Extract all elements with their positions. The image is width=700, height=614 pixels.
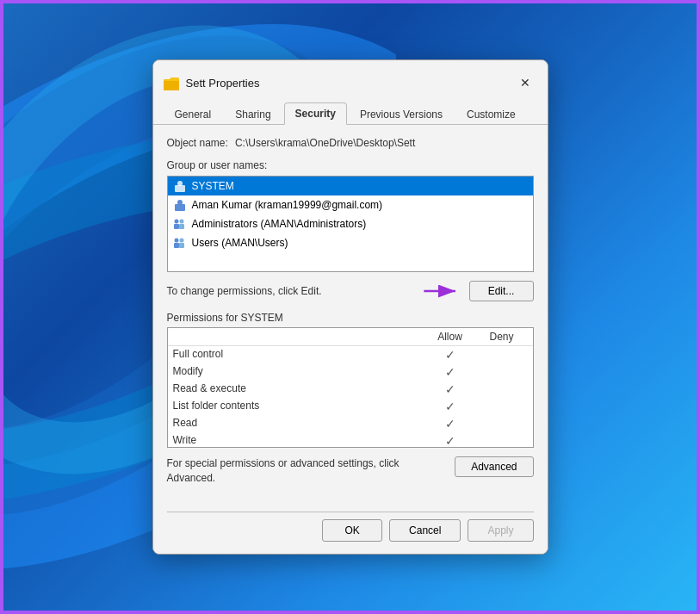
perm-name-listfolder: List folder contents: [173, 400, 424, 413]
object-name-row: Object name: C:\Users\krama\OneDrive\Des…: [167, 137, 534, 149]
user-name-admins: Administrators (AMAN\Administrators): [192, 218, 367, 230]
desktop: Sett Properties ✕ General Sharing Securi…: [0, 0, 700, 614]
perm-allow-fullcontrol: ✓: [424, 348, 476, 362]
perm-row-listfolder: List folder contents ✓: [168, 398, 533, 415]
svg-point-9: [177, 200, 183, 205]
tab-sharing[interactable]: Sharing: [224, 102, 282, 125]
user-icon-aman: [173, 198, 187, 212]
perm-row-write: Write ✓: [168, 432, 533, 448]
svg-point-17: [179, 239, 183, 243]
perm-allow-readexecute: ✓: [424, 382, 476, 396]
tab-bar: General Sharing Security Previous Versio…: [153, 95, 548, 125]
user-icon-users: [173, 236, 187, 250]
user-name-aman: Aman Kumar (kraman19999@gmail.com): [192, 199, 383, 211]
perm-allow-read: ✓: [424, 417, 476, 431]
advanced-button[interactable]: Advanced: [455, 456, 533, 477]
bottom-buttons: OK Cancel Apply: [153, 512, 548, 554]
folder-icon: [164, 75, 179, 90]
perm-deny-read: [476, 417, 528, 431]
user-item-users[interactable]: Users (AMAN\Users): [168, 233, 533, 252]
perm-row-read: Read ✓: [168, 415, 533, 432]
perm-deny-write: [476, 434, 528, 448]
perm-row-readexecute: Read & execute ✓: [168, 381, 533, 398]
user-item-system[interactable]: SYSTEM: [168, 177, 533, 195]
perm-name-fullcontrol: Full control: [173, 348, 424, 362]
svg-point-7: [177, 181, 183, 186]
perm-col-deny: Deny: [476, 331, 528, 343]
user-icon-system: [173, 179, 187, 193]
user-list[interactable]: SYSTEM Aman Kumar (kraman19999@gmail.com…: [167, 176, 534, 272]
user-item-admins[interactable]: Administrators (AMAN\Administrators): [168, 214, 533, 233]
perm-name-read: Read: [173, 417, 424, 431]
user-name-users: Users (AMAN\Users): [192, 237, 288, 249]
perm-row-fullcontrol: Full control ✓: [168, 346, 533, 363]
svg-point-15: [174, 239, 178, 243]
svg-point-13: [179, 220, 183, 224]
svg-rect-10: [174, 224, 179, 229]
title-bar: Sett Properties ✕: [153, 60, 548, 95]
perm-name-write: Write: [173, 434, 424, 448]
user-name-system: SYSTEM: [192, 180, 234, 192]
advanced-row: For special permissions or advanced sett…: [167, 456, 534, 486]
perm-deny-readexecute: [476, 382, 528, 396]
svg-rect-6: [175, 185, 185, 192]
perm-deny-listfolder: [476, 400, 528, 413]
perm-deny-fullcontrol: [476, 348, 528, 362]
svg-rect-5: [164, 81, 179, 90]
close-button[interactable]: ✕: [513, 71, 537, 95]
advanced-text: For special permissions or advanced sett…: [167, 456, 442, 486]
perm-allow-write: ✓: [424, 434, 476, 448]
ok-button[interactable]: OK: [322, 519, 382, 542]
arrow-icon: [421, 281, 464, 301]
permissions-label: Permissions for SYSTEM: [167, 312, 534, 324]
properties-dialog: Sett Properties ✕ General Sharing Securi…: [152, 59, 548, 555]
perm-row-modify: Modify ✓: [168, 363, 533, 381]
svg-rect-12: [179, 224, 184, 229]
arrow-container: Edit...: [421, 281, 534, 301]
change-permissions-text: To change permissions, click Edit.: [167, 285, 421, 297]
permissions-table[interactable]: Allow Deny Full control ✓ Modify ✓: [167, 327, 534, 448]
dialog-title: Sett Properties: [186, 77, 513, 90]
object-name-value: C:\Users\krama\OneDrive\Desktop\Sett: [235, 137, 415, 149]
cancel-button[interactable]: Cancel: [389, 519, 461, 542]
svg-rect-16: [179, 243, 184, 248]
tab-general[interactable]: General: [164, 102, 223, 125]
tab-security[interactable]: Security: [284, 102, 347, 125]
dialog-overlay: Sett Properties ✕ General Sharing Securi…: [0, 0, 700, 614]
edit-button[interactable]: Edit...: [469, 281, 534, 301]
permissions-header: Allow Deny: [168, 328, 533, 346]
perm-allow-listfolder: ✓: [424, 400, 476, 413]
perm-name-readexecute: Read & execute: [173, 382, 424, 396]
perm-allow-modify: ✓: [424, 365, 476, 379]
user-icon-admins: [173, 217, 187, 231]
svg-rect-8: [175, 204, 185, 211]
tab-content: Object name: C:\Users\krama\OneDrive\Des…: [153, 125, 548, 512]
user-item-aman[interactable]: Aman Kumar (kraman19999@gmail.com): [168, 195, 533, 214]
svg-point-11: [174, 220, 178, 224]
object-name-label: Object name:: [167, 137, 228, 149]
svg-rect-14: [174, 243, 179, 248]
perm-col-name: [173, 331, 424, 343]
perm-deny-modify: [476, 365, 528, 379]
apply-button[interactable]: Apply: [468, 519, 533, 542]
tab-previous-versions[interactable]: Previous Versions: [349, 102, 454, 125]
group-users-label: Group or user names:: [167, 159, 534, 171]
change-permissions-row: To change permissions, click Edit. Edit.: [167, 281, 534, 301]
tab-customize[interactable]: Customize: [455, 102, 527, 125]
perm-name-modify: Modify: [173, 365, 424, 379]
perm-col-allow: Allow: [424, 331, 476, 343]
